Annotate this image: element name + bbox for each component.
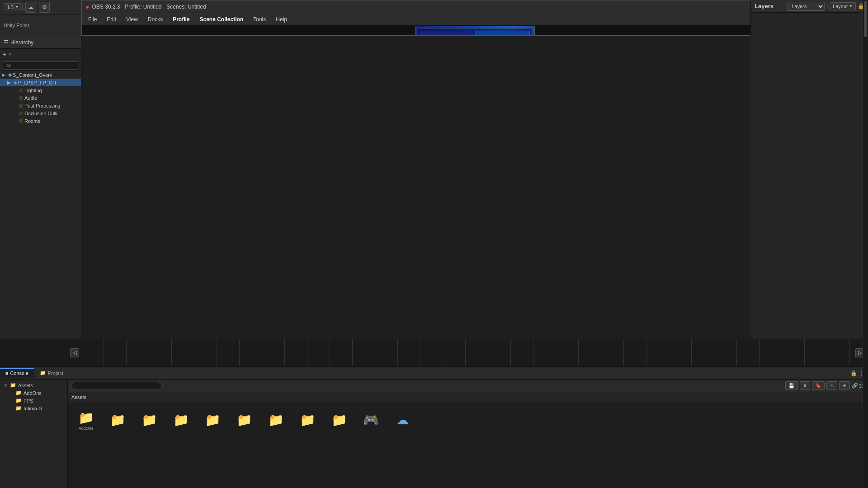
hierarchy-header: ☰ Hierarchy	[0, 36, 81, 49]
infima-folder-icon: 📁	[15, 405, 22, 411]
tree-label-audio: Audio	[24, 95, 37, 101]
tree-icon-lighting: ◎	[19, 87, 24, 93]
tab-project[interactable]: 📁 Project	[34, 368, 69, 378]
tree-icon-post-processing: ◎	[19, 103, 24, 108]
assets-bookmark-btn[interactable]: 🔖	[812, 381, 825, 390]
tree-item-occlusion[interactable]: ◎ Occlusion Culli	[0, 109, 81, 117]
asset-cloud-icon: ☁	[396, 413, 409, 427]
p-lpsp-expand-icon: ▶	[7, 80, 13, 85]
hamburger-icon: ☰	[4, 39, 9, 46]
fps-folder-icon: 📁	[15, 398, 22, 404]
right-panel-content	[751, 13, 868, 36]
assets-search-input[interactable]	[71, 382, 162, 390]
folder-8-icon: 📁	[331, 413, 347, 427]
folder-5-icon: 📁	[236, 413, 252, 427]
tree-icon-rooms: ◎	[19, 118, 24, 124]
menu-profile[interactable]: Profile	[168, 15, 194, 24]
asset-folder-8[interactable]: 📁	[325, 406, 354, 435]
timeline-content[interactable]	[81, 339, 852, 366]
lb-dropdown[interactable]: LB ▼	[4, 3, 23, 11]
assets-toolbar: 💾 ⬇ 🔖 ⚠ ★ 🔗 33	[68, 380, 868, 392]
assets-toolbar-icons: 💾 ⬇ 🔖 ⚠ ★ 🔗 33	[785, 381, 864, 390]
asset-folder-3[interactable]: 📁	[166, 406, 195, 435]
menu-tools[interactable]: Tools	[249, 15, 270, 24]
console-label: Console	[10, 371, 28, 376]
obs-title: OBS 30.2.3 - Profile: Untitled - Scenes:…	[92, 4, 206, 10]
tree-item-p-lpsp[interactable]: ▶ ◈ P_LPSP_FP_CH	[0, 79, 81, 86]
tree-label-s-content: S_Content_Overv	[13, 72, 52, 78]
assets-import-btn[interactable]: ⬇	[800, 381, 810, 390]
tree-icon-scene: ◆	[8, 72, 12, 78]
assets-tree-panel: ▼ 📁 Assets 📁 AddOns 📁 FPS 📁	[0, 380, 68, 488]
tree-item-lighting[interactable]: ◎ Lighting	[0, 86, 81, 94]
lb-label: LB	[8, 5, 14, 10]
tree-label-lighting: Lighting	[24, 88, 42, 93]
tree-icon-prefab: ◈	[14, 80, 17, 85]
addons-folder-icon: 📁	[15, 390, 22, 396]
obs-preview	[415, 26, 535, 35]
asset-folder-special[interactable]: 🎮	[356, 406, 385, 435]
asset-folder-2[interactable]: 📁	[135, 406, 164, 435]
hierarchy-search-input[interactable]	[3, 61, 78, 70]
assets-root-label: Assets	[18, 383, 33, 388]
unity-bottom-content: ▼ 📁 Assets 📁 AddOns 📁 FPS 📁	[0, 380, 868, 488]
folder-4-icon: 📁	[205, 413, 221, 427]
asset-folder-0[interactable]: 📁 AddOns	[71, 406, 100, 435]
assets-grid: 📁 AddOns 📁 📁 📁	[68, 402, 868, 488]
assets-warning-btn[interactable]: ★	[839, 381, 850, 390]
asset-folder-5[interactable]: 📁	[230, 406, 259, 435]
obs-titlebar: ● OBS 30.2.3 - Profile: Untitled - Scene…	[85, 3, 206, 10]
unity-bottom-tabs: ≡ Console 📁 Project 🔒 ⋮	[0, 367, 868, 380]
hierarchy-title: Hierarchy	[10, 39, 33, 46]
settings-btn[interactable]: ⚙	[39, 2, 50, 13]
lb-arrow-icon: ▼	[15, 5, 19, 9]
tab-console[interactable]: ≡ Console	[0, 368, 34, 378]
assets-addons-item[interactable]: 📁 AddOns	[2, 389, 66, 397]
hierarchy-add-btn[interactable]: +	[3, 51, 6, 58]
assets-save-btn[interactable]: 💾	[785, 381, 798, 390]
cloud-btn[interactable]: ☁	[25, 2, 36, 13]
folder-0-label: AddOns	[79, 426, 94, 431]
asset-folder-4[interactable]: 📁	[198, 406, 227, 435]
asset-special-icon: 🎮	[363, 413, 379, 427]
menu-docks[interactable]: Docks	[143, 15, 167, 24]
tree-icon-audio: ◎	[19, 95, 24, 101]
tree-label-occlusion: Occlusion Culli	[24, 111, 57, 116]
folder-7-icon: 📁	[300, 413, 316, 427]
assets-infima-item[interactable]: 📁 Infima G	[2, 404, 66, 412]
menu-view[interactable]: View	[122, 15, 142, 24]
timeline-left-arrow-btn[interactable]: ◁	[70, 348, 79, 357]
menu-scene-collection[interactable]: Scene Collection	[195, 15, 248, 24]
project-label: Project	[48, 371, 63, 376]
folder-2-icon: 📁	[142, 413, 157, 427]
timeline-area: ◁ ▷	[0, 339, 868, 366]
layout-btn[interactable]: Layout ▼	[830, 2, 856, 10]
obs-icon: ●	[85, 3, 89, 10]
assets-star-btn[interactable]: ⚠	[826, 381, 837, 390]
assets-path-label: Assets	[71, 394, 86, 400]
tree-item-s-content[interactable]: ▶ ◆ S_Content_Overv	[0, 71, 81, 79]
tree-item-post-processing[interactable]: ◎ Post Processing	[0, 102, 81, 109]
assets-link-icon: 🔗	[852, 383, 858, 389]
lock-panel-btn[interactable]: 🔒	[850, 370, 857, 376]
menu-help[interactable]: Help	[271, 15, 292, 24]
menu-edit[interactable]: Edit	[102, 15, 121, 24]
tree-item-rooms[interactable]: ◎ Rooms	[0, 117, 81, 125]
layout-label: Layout	[833, 4, 848, 9]
assets-root-item[interactable]: ▼ 📁 Assets	[2, 381, 66, 389]
folder-1-icon: 📁	[110, 413, 126, 427]
asset-folder-1[interactable]: 📁	[103, 406, 132, 435]
assets-fps-item[interactable]: 📁 FPS	[2, 397, 66, 404]
tree-icon-occlusion: ◎	[19, 110, 24, 116]
layout-arrow-icon: ▼	[849, 4, 853, 8]
asset-folder-6[interactable]: 📁	[261, 406, 290, 435]
asset-folder-cloud[interactable]: ☁	[388, 406, 417, 435]
hierarchy-tree: ▶ ◆ S_Content_Overv ▶ ◈ P_LPSP_FP_CH ◎ L…	[0, 71, 81, 339]
folder-6-icon: 📁	[268, 413, 284, 427]
layers-dropdown[interactable]: Layers Everything Nothing	[788, 2, 825, 11]
asset-folder-7[interactable]: 📁	[293, 406, 322, 435]
hierarchy-search	[0, 60, 81, 71]
tree-item-audio[interactable]: ◎ Audio	[0, 94, 81, 102]
tree-label-p-lpsp: P_LPSP_FP_CH	[18, 80, 56, 85]
menu-file[interactable]: File	[84, 15, 101, 24]
